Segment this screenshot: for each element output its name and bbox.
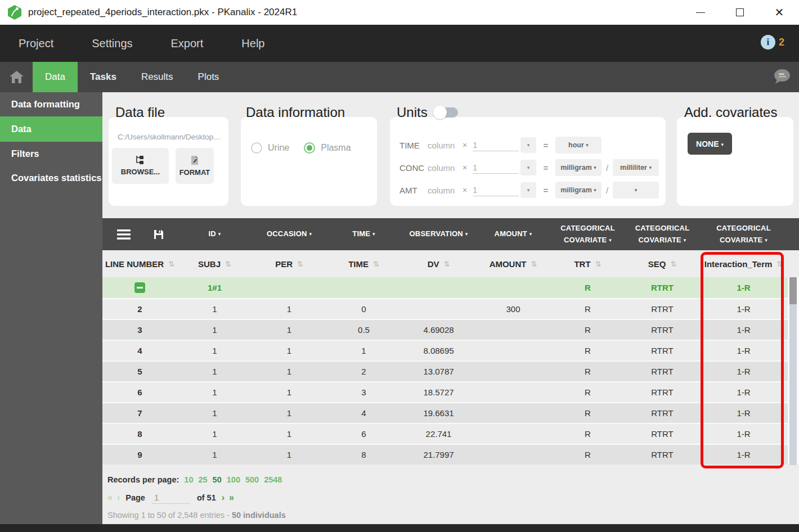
maximize-button[interactable] <box>720 0 760 25</box>
sidebar-item-data-formatting[interactable]: Data formatting <box>0 92 102 116</box>
col-header-time[interactable]: TIME⇅ <box>326 250 401 277</box>
col-header-seq[interactable]: SEQ⇅ <box>625 250 699 277</box>
sort-icon[interactable]: ⇅ <box>297 260 303 268</box>
records-option-50[interactable]: 50 <box>213 475 222 484</box>
table-menu-icon[interactable] <box>117 229 131 240</box>
last-page-button[interactable]: » <box>229 493 234 503</box>
units-row-time: TIME column × ▾ = hour ▾ <box>390 134 666 156</box>
group-trt: R <box>550 277 625 298</box>
sort-icon[interactable]: ⇅ <box>443 260 450 268</box>
time-factor-input[interactable] <box>473 139 519 151</box>
conc-factor-input[interactable] <box>473 161 519 174</box>
units-toggle[interactable] <box>436 107 458 118</box>
col-header-subj[interactable]: SUBJ⇅ <box>177 250 252 277</box>
sort-icon[interactable]: ⇅ <box>531 260 537 268</box>
amt-unit-numerator-dropdown[interactable]: milligram ▾ <box>555 182 602 199</box>
records-option-2548[interactable]: 2548 <box>264 475 282 484</box>
amt-factor-dropdown[interactable]: ▾ <box>520 182 536 198</box>
records-option-100[interactable]: 100 <box>227 475 240 484</box>
table-row[interactable]: 4 1 1 1 8.08695 R RTRT 1-R <box>102 341 799 360</box>
col-type-categorical-covariate-3[interactable]: CATEGORICAL COVARIATE ▾ <box>699 218 788 250</box>
multiply-sign: × <box>463 141 473 150</box>
table-row[interactable]: 7 1 1 4 19.6631 R RTRT 1-R <box>102 403 799 423</box>
col-type-occasion[interactable]: OCCASION ▾ <box>252 218 326 250</box>
sort-icon[interactable]: ⇅ <box>168 260 174 268</box>
menu-help[interactable]: Help <box>222 37 284 50</box>
sidebar-item-covariates-statistics[interactable]: Covariates statistics <box>0 166 102 190</box>
col-type-categorical-covariate-2[interactable]: CATEGORICAL COVARIATE ▾ <box>625 218 699 250</box>
table-row[interactable]: 9 1 1 8 21.7997 R RTRT 1-R <box>102 445 799 465</box>
urine-label: Urine <box>268 143 289 153</box>
units-panel: Units TIME column × ▾ = hour ▾ CONC colu… <box>390 105 666 206</box>
previous-page-button[interactable]: ‹ <box>117 493 120 503</box>
time-factor-dropdown[interactable]: ▾ <box>520 137 536 153</box>
records-option-25[interactable]: 25 <box>198 475 207 484</box>
col-type-observation[interactable]: OBSERVATION ▾ <box>401 218 476 250</box>
col-type-id[interactable]: ID ▾ <box>177 218 252 250</box>
menu-project[interactable]: Project <box>0 37 73 50</box>
tab-tasks[interactable]: Tasks <box>78 62 129 92</box>
individuals-count: 50 individuals <box>232 511 286 520</box>
time-unit-dropdown[interactable]: hour ▾ <box>555 137 602 154</box>
table-row[interactable]: 3 1 1 0.5 4.69028 R RTRT 1-R <box>102 320 799 340</box>
sidebar-item-filters[interactable]: Filters <box>0 142 102 166</box>
sidebar-item-data[interactable]: Data <box>0 116 102 142</box>
col-type-categorical-covariate-1[interactable]: CATEGORICAL COVARIATE ▾ <box>550 218 625 250</box>
table-group-row[interactable]: 1#1 R RTRT 1-R <box>102 277 799 298</box>
first-page-button[interactable]: « <box>107 493 113 503</box>
scrollbar-thumb[interactable] <box>789 277 797 304</box>
group-subject-id: 1#1 <box>177 277 252 298</box>
records-option-500[interactable]: 500 <box>245 475 259 484</box>
col-type-amount[interactable]: AMOUNT ▾ <box>476 218 550 250</box>
sort-icon[interactable]: ⇅ <box>225 260 231 268</box>
table-row[interactable]: 8 1 1 6 22.741 R RTRT 1-R <box>102 424 799 444</box>
sort-icon[interactable]: ⇅ <box>595 260 602 268</box>
col-type-time[interactable]: TIME ▾ <box>326 218 401 250</box>
home-button[interactable] <box>0 62 33 92</box>
table-body: 1#1 R RTRT 1-R 2 1 1 0 300 R RTRT 1-R 3 … <box>102 277 799 465</box>
plasma-radio[interactable] <box>304 142 315 154</box>
col-header-line-number[interactable]: LINE NUMBER⇅ <box>102 250 177 277</box>
table-scrollbar[interactable] <box>789 277 797 465</box>
next-page-button[interactable]: › <box>222 493 225 503</box>
table-row[interactable]: 5 1 1 2 13.0787 R RTRT 1-R <box>102 362 799 381</box>
page-input[interactable] <box>152 492 190 504</box>
records-option-10[interactable]: 10 <box>184 475 193 484</box>
close-button[interactable]: ✕ <box>760 0 799 25</box>
tab-results[interactable]: Results <box>129 62 186 92</box>
save-icon[interactable] <box>154 230 163 239</box>
group-seq: RTRT <box>625 277 699 298</box>
sort-icon[interactable]: ⇅ <box>776 260 783 268</box>
tab-data[interactable]: Data <box>33 62 78 92</box>
conc-unit-numerator-dropdown[interactable]: milligram ▾ <box>555 159 602 176</box>
chat-icon[interactable] <box>772 68 791 86</box>
amt-factor-input[interactable] <box>473 184 519 196</box>
table-row[interactable]: 2 1 1 0 300 R RTRT 1-R <box>102 299 799 319</box>
collapse-icon[interactable] <box>134 282 145 293</box>
menu-export[interactable]: Export <box>152 37 223 50</box>
col-header-amount[interactable]: AMOUNT⇅ <box>476 250 550 277</box>
data-file-card: C:/Users/skollmann/Desktop… BROWSE... FO… <box>109 117 228 206</box>
tab-plots[interactable]: Plots <box>186 62 232 92</box>
col-header-per[interactable]: PER⇅ <box>252 250 326 277</box>
page-count-label: of 51 <box>197 493 216 502</box>
sort-icon[interactable]: ⇅ <box>670 260 676 268</box>
minimize-button[interactable] <box>681 0 720 25</box>
col-header-trt[interactable]: TRT⇅ <box>550 250 625 277</box>
amt-unit-denominator-dropdown[interactable]: ▾ <box>613 182 659 199</box>
format-button[interactable]: FORMAT <box>176 148 214 184</box>
conc-factor-dropdown[interactable]: ▾ <box>520 160 536 175</box>
sort-icon[interactable]: ⇅ <box>373 260 379 268</box>
add-covariates-card: NONE ▾ <box>677 117 793 206</box>
table-row[interactable]: 6 1 1 3 18.5727 R RTRT 1-R <box>102 382 799 402</box>
col-header-interaction-term[interactable]: Interaction_Term⇅ <box>699 250 788 277</box>
covariates-none-dropdown[interactable]: NONE ▾ <box>688 133 732 155</box>
notification-badge[interactable]: i 2 <box>761 35 784 49</box>
browse-button[interactable]: BROWSE... <box>112 148 169 184</box>
add-covariates-panel: Add. covariates NONE ▾ <box>677 105 793 206</box>
conc-unit-denominator-dropdown[interactable]: milliliter ▾ <box>613 159 659 176</box>
urine-radio[interactable] <box>251 142 262 154</box>
units-row-conc: CONC column × ▾ = milligram ▾ / millilit… <box>390 156 666 179</box>
menu-settings[interactable]: Settings <box>73 37 151 50</box>
col-header-dv[interactable]: DV⇅ <box>401 250 476 277</box>
